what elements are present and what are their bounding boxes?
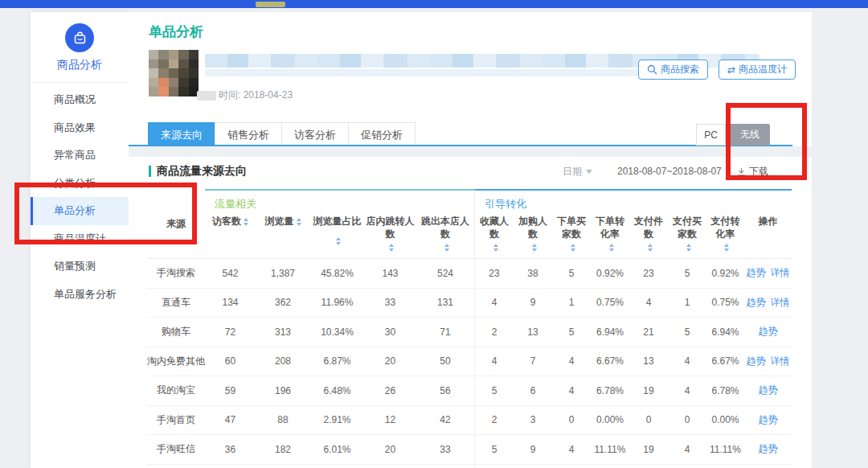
- header-buttons: 商品搜索 ⇄ 商品温度计: [638, 60, 796, 80]
- date-filter-dropdown[interactable]: 日期: [563, 157, 592, 186]
- column-header-conversion-6[interactable]: 支付转化率: [706, 215, 744, 252]
- sidebar-item-2[interactable]: 异常商品: [31, 142, 129, 170]
- trend-link[interactable]: 趋势: [747, 266, 766, 280]
- column-header-traffic-4[interactable]: 跳出本店人数: [416, 215, 474, 252]
- conversion-cell: 7: [514, 347, 552, 376]
- pc-toggle-button[interactable]: PC: [696, 124, 726, 146]
- detail-link[interactable]: 详情: [771, 266, 790, 280]
- top-tab-handle: [256, 2, 285, 7]
- column-header-label: 收藏人数: [476, 215, 513, 240]
- sort-icon[interactable]: [493, 240, 498, 252]
- trend-link[interactable]: 趋势: [747, 296, 766, 310]
- sort-icon[interactable]: [724, 240, 729, 252]
- conversion-cell: 0.92%: [591, 259, 629, 288]
- column-header-label: 下单转化率: [592, 215, 628, 240]
- conversion-cell: 13: [629, 347, 668, 376]
- sort-icon[interactable]: [297, 215, 301, 226]
- traffic-column-headers: 访客数浏览量浏览量占比店内跳转人数跳出本店人数: [205, 215, 474, 258]
- column-header-traffic-3[interactable]: 店内跳转人数: [364, 215, 416, 252]
- column-header-label: 加购人数: [514, 215, 551, 240]
- column-header-traffic-2[interactable]: 浏览量占比: [310, 215, 364, 252]
- traffic-cell: 72: [205, 318, 256, 347]
- traffic-cell: 20: [364, 347, 416, 376]
- traffic-cell: 1,387: [256, 259, 310, 288]
- traffic-cell: 6.48%: [310, 376, 364, 405]
- detail-link[interactable]: 详情: [771, 296, 790, 310]
- column-header-conversion-5[interactable]: 支付买家数: [668, 215, 706, 252]
- trend-link[interactable]: 趋势: [747, 355, 766, 368]
- annotation-box-wireless-download: [726, 103, 807, 180]
- conversion-group-label: 引导转化: [475, 191, 792, 215]
- section-header: 商品流量来源去向 日期 2018-08-07~2018-08-07 下载: [129, 157, 812, 186]
- conversion-cell: 0: [552, 406, 591, 435]
- action-cell: 趋势: [744, 318, 792, 347]
- conversion-cells: 2300.00%000.00%趋势: [474, 406, 792, 435]
- product-thermometer-button[interactable]: ⇄ 商品温度计: [719, 60, 796, 80]
- column-header-label: 支付买家数: [669, 215, 706, 240]
- annotation-box-single-item-analysis: [14, 183, 197, 244]
- sidebar-item-0[interactable]: 商品概况: [31, 86, 129, 114]
- column-header-conversion-4[interactable]: 支付件数: [629, 215, 668, 252]
- sidebar-item-1[interactable]: 商品效果: [31, 114, 129, 142]
- conversion-cell: 13: [514, 318, 552, 347]
- traffic-cell: 6.01%: [310, 435, 364, 464]
- tab-2[interactable]: 访客分析: [281, 122, 349, 146]
- traffic-cell: 88: [256, 406, 310, 435]
- conversion-cell: 0: [629, 465, 668, 468]
- traffic-cell: 208: [256, 347, 310, 376]
- conversion-cell: 4: [668, 376, 706, 405]
- table-row: 手淘旺信361826.01%203359411.11%19411.11%趋势: [147, 435, 792, 465]
- conversion-cell: 0: [668, 465, 706, 468]
- sort-icon[interactable]: [648, 240, 653, 252]
- conversion-cell: 21: [629, 318, 668, 347]
- table-row: 直通车13436211.96%331314910.75%410.75%趋势详情: [147, 289, 792, 318]
- tab-1[interactable]: 销售分析: [215, 122, 282, 146]
- sort-icon[interactable]: [686, 240, 691, 252]
- search-icon: [647, 64, 657, 75]
- source-cell: 直通车: [147, 289, 205, 318]
- trend-link[interactable]: 趋势: [759, 442, 778, 456]
- column-header-conversion-2[interactable]: 下单买家数: [552, 215, 591, 252]
- traffic-cell: 8: [364, 465, 416, 468]
- trend-link[interactable]: 趋势: [759, 413, 778, 427]
- product-search-button[interactable]: 商品搜索: [638, 60, 708, 80]
- traffic-cell: 33: [364, 289, 416, 318]
- sort-icon[interactable]: [532, 240, 537, 252]
- table-row: 手淘其他店铺商品24882.91%8232000.00%000.00%趋势详情: [147, 465, 792, 468]
- conversion-cell: 6.67%: [706, 347, 744, 376]
- traffic-cell: 59: [205, 376, 256, 405]
- conversion-cell: 5: [668, 318, 706, 347]
- conversion-cell: 0: [552, 465, 591, 468]
- action-cell: 趋势: [744, 406, 792, 435]
- detail-link[interactable]: 详情: [771, 355, 790, 368]
- conversion-cell: 3: [514, 406, 552, 435]
- column-header-conversion-0[interactable]: 收藏人数: [475, 215, 514, 252]
- conversion-cell: 23: [475, 259, 514, 288]
- traffic-cell: 47: [205, 406, 256, 435]
- column-header-conversion-3[interactable]: 下单转化率: [591, 215, 629, 252]
- column-header-label: 浏览量占比: [313, 215, 362, 228]
- conversion-cell: 23: [629, 259, 668, 288]
- traffic-cell: 36: [205, 435, 256, 464]
- column-header-traffic-0[interactable]: 访客数: [205, 215, 256, 252]
- conversion-cells: 4910.75%410.75%趋势详情: [474, 289, 792, 318]
- sort-icon[interactable]: [571, 240, 575, 252]
- tab-3[interactable]: 促销分析: [348, 122, 416, 146]
- conversion-cell: 38: [514, 259, 552, 288]
- chevron-down-icon: [586, 170, 592, 174]
- sort-icon[interactable]: [389, 240, 394, 252]
- trend-link[interactable]: 趋势: [759, 384, 778, 397]
- sort-icon[interactable]: [609, 240, 614, 252]
- trend-link[interactable]: 趋势: [759, 325, 778, 339]
- sort-icon[interactable]: [244, 215, 248, 226]
- column-header-traffic-1[interactable]: 浏览量: [256, 215, 310, 252]
- traffic-cell: 2.91%: [310, 406, 364, 435]
- sidebar-item-7[interactable]: 单品服务分析: [31, 281, 129, 309]
- section-title-text: 商品流量来源去向: [157, 164, 247, 179]
- tab-0[interactable]: 来源去向: [148, 122, 215, 146]
- pixelated-product-thumbnail: [149, 50, 199, 96]
- sort-icon[interactable]: [336, 234, 341, 245]
- sidebar-item-6[interactable]: 销量预测: [31, 252, 129, 281]
- column-header-conversion-1[interactable]: 加购人数: [514, 215, 552, 252]
- sort-icon[interactable]: [444, 240, 449, 252]
